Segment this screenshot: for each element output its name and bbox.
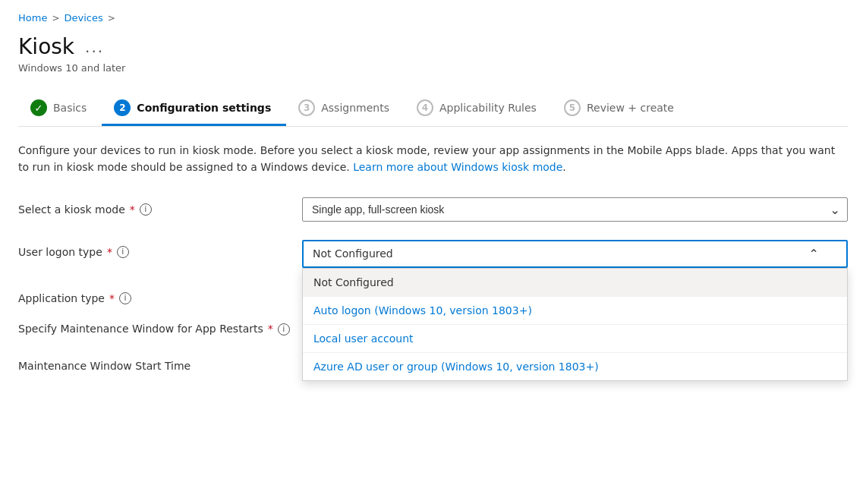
tab-assignments-label: Assignments: [321, 102, 389, 114]
breadcrumb-sep2: >: [108, 13, 115, 24]
application-type-label: Application type * i: [18, 286, 284, 304]
user-logon-option-not-configured[interactable]: Not Configured: [303, 269, 847, 297]
user-logon-option-auto-logon[interactable]: Auto logon (Windows 10, version 1803+): [303, 297, 847, 325]
maintenance-window-label: Specify Maintenance Window for App Resta…: [18, 323, 290, 335]
maintenance-start-time-label: Maintenance Window Start Time: [18, 354, 284, 372]
tab-assignments-number: 3: [304, 102, 310, 113]
user-logon-info-icon[interactable]: i: [117, 246, 129, 258]
breadcrumb-sep1: >: [52, 13, 59, 24]
user-logon-option-azure-ad[interactable]: Azure AD user or group (Windows 10, vers…: [303, 353, 847, 380]
maintenance-window-info-icon[interactable]: i: [278, 323, 290, 335]
tab-applicability-number: 4: [422, 102, 428, 113]
tab-review[interactable]: 5 Review + create: [552, 92, 689, 126]
page-subtitle: Windows 10 and later: [18, 62, 848, 74]
user-logon-dropdown-trigger[interactable]: Not Configured ⌃: [302, 240, 848, 268]
breadcrumb: Home > Devices >: [18, 12, 848, 24]
tab-review-label: Review + create: [587, 102, 674, 114]
form-section: Select a kiosk mode * i Not Configured S…: [18, 197, 848, 372]
kiosk-mode-control: Not Configured Single app, full-screen k…: [302, 197, 848, 222]
breadcrumb-home[interactable]: Home: [18, 12, 47, 24]
tab-basics-label: Basics: [53, 102, 87, 114]
tab-configuration-circle: 2: [114, 99, 131, 116]
tab-basics-circle: ✓: [30, 99, 47, 116]
wizard-tabs: ✓ Basics 2 Configuration settings 3 Assi…: [18, 92, 848, 127]
application-type-required: *: [109, 292, 115, 304]
more-options-button[interactable]: ...: [82, 36, 107, 58]
user-logon-control: Not Configured ⌃ Not Configured Auto log…: [302, 240, 848, 268]
user-logon-dropdown-menu: Not Configured Auto logon (Windows 10, v…: [302, 268, 848, 381]
tab-applicability[interactable]: 4 Applicability Rules: [405, 92, 552, 126]
maintenance-window-required: *: [268, 323, 273, 335]
kiosk-mode-label: Select a kiosk mode * i: [18, 197, 284, 216]
user-logon-row: User logon type * i Not Configured ⌃ Not…: [18, 240, 848, 268]
tab-review-number: 5: [569, 102, 575, 113]
user-logon-selected-value: Not Configured: [313, 247, 393, 260]
page-title-row: Kiosk ...: [18, 34, 848, 59]
tab-applicability-label: Applicability Rules: [439, 102, 537, 114]
application-type-info-icon[interactable]: i: [119, 292, 131, 304]
user-logon-chevron-up-icon: ⌃: [809, 247, 819, 261]
page-title: Kiosk: [18, 34, 74, 59]
check-icon: ✓: [35, 102, 43, 114]
tab-applicability-circle: 4: [417, 99, 433, 116]
kiosk-mode-row: Select a kiosk mode * i Not Configured S…: [18, 197, 848, 222]
tab-review-circle: 5: [564, 99, 581, 116]
kiosk-mode-info-icon[interactable]: i: [140, 203, 152, 216]
kiosk-mode-select[interactable]: Not Configured Single app, full-screen k…: [302, 197, 848, 222]
tab-configuration[interactable]: 2 Configuration settings: [102, 92, 286, 126]
tab-configuration-label: Configuration settings: [137, 102, 271, 114]
user-logon-option-local-user[interactable]: Local user account: [303, 325, 847, 353]
learn-more-link[interactable]: Learn more about Windows kiosk mode: [353, 161, 562, 173]
tab-configuration-number: 2: [119, 102, 125, 113]
user-logon-label: User logon type * i: [18, 240, 284, 258]
user-logon-required: *: [107, 246, 112, 258]
tab-assignments[interactable]: 3 Assignments: [286, 92, 405, 126]
breadcrumb-devices[interactable]: Devices: [64, 12, 102, 24]
kiosk-mode-required: *: [130, 203, 135, 216]
tab-assignments-circle: 3: [298, 99, 315, 116]
description-text: Configure your devices to run in kiosk m…: [18, 142, 838, 176]
tab-basics[interactable]: ✓ Basics: [18, 92, 102, 126]
